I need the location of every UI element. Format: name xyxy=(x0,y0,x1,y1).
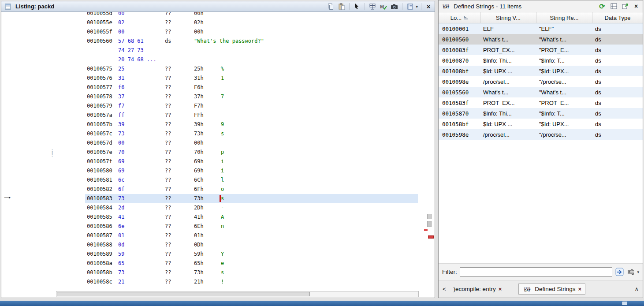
listing-operand: 00h xyxy=(194,27,204,37)
string-location: 00105560 xyxy=(439,89,480,96)
diff-view-icon[interactable]: M xyxy=(379,3,388,11)
listing-ascii-char: s xyxy=(221,268,224,277)
string-representation: "ELF" xyxy=(536,26,592,32)
listing-row[interactable]: 001005816c??6Chl xyxy=(1,175,418,185)
overview-marker-red[interactable] xyxy=(428,235,434,239)
column-header-string-value[interactable]: String V... xyxy=(480,12,536,23)
pointer-icon[interactable] xyxy=(353,3,361,11)
taskbar-icon[interactable] xyxy=(622,302,627,305)
listing-mnemonic: ?? xyxy=(165,83,171,92)
snapshot-camera-icon[interactable] xyxy=(390,3,399,11)
collapse-panel-icon[interactable]: ∧ xyxy=(633,286,640,292)
listing-row[interactable]: 0010058701??01h xyxy=(1,231,418,240)
listing-row[interactable]: 0010055e02??02h xyxy=(1,18,418,27)
refresh-icon[interactable]: ⟳ xyxy=(598,2,607,11)
copy-icon[interactable] xyxy=(326,3,335,11)
strings-table-row[interactable]: 00100560What's t..."What's t...ds xyxy=(439,34,643,45)
listing-row[interactable]: 0010057837??37h7 xyxy=(1,92,418,101)
tab-scroll-left-icon[interactable]: < xyxy=(441,286,447,292)
string-data-type: ds xyxy=(592,26,643,32)
string-representation: "$Info: T... xyxy=(536,110,592,117)
overview-marker-gray[interactable] xyxy=(427,221,432,227)
strings-table-row[interactable]: 0010083fPROT_EX..."PROT_E...ds xyxy=(439,45,643,55)
listing-row[interactable]: 20 74 68 ... xyxy=(1,55,418,64)
listing-ascii-char: A xyxy=(221,213,224,222)
listing-row[interactable]: 0010057c73??73hs xyxy=(1,129,418,138)
listing-row[interactable]: 0010058541??41hA xyxy=(1,213,418,222)
strings-table-row[interactable]: 00105870$Info: Thi..."$Info: T...ds xyxy=(439,108,643,119)
listing-row[interactable]: 0010055f00??00h xyxy=(1,27,418,37)
listing-operand: 31h xyxy=(194,74,204,83)
tab-close-icon[interactable]: × xyxy=(499,286,502,292)
listing-operand: 41h xyxy=(194,213,204,222)
field-layout-icon[interactable] xyxy=(368,3,377,11)
strings-table-row[interactable]: 0010598e/proc/sel..."/proc/se...ds xyxy=(439,129,643,140)
overview-marker-gray[interactable] xyxy=(427,214,432,219)
string-data-type: ds xyxy=(592,78,643,85)
strings-table-row[interactable]: 00100001ELF"ELF"ds xyxy=(439,23,643,34)
column-header-location[interactable]: Lo... xyxy=(439,12,480,23)
string-representation: "$Id: UPX... xyxy=(536,121,592,127)
strings-table-row[interactable]: 00105560What's t..."What's t...ds xyxy=(439,87,643,97)
listing-bytes: 6f xyxy=(118,185,124,194)
tab-decompile-entry[interactable]: )ecompile: entry × xyxy=(450,284,506,294)
listing-row[interactable]: 0010058b73??73hs xyxy=(1,268,418,277)
listing-display-options-icon[interactable] xyxy=(406,3,414,11)
listing-mnemonic: ?? xyxy=(165,268,171,277)
string-location: 0010583f xyxy=(439,100,480,106)
listing-row[interactable]: 001005842d??2Dh- xyxy=(1,203,418,213)
listing-cursor xyxy=(220,195,221,202)
filter-options-icon[interactable] xyxy=(626,268,635,276)
listing-row[interactable]: 0010057e70??70hp xyxy=(1,148,418,157)
listing-row[interactable]: 0010057d00??00h xyxy=(1,138,418,148)
tab-defined-strings[interactable]: 0101 DAT Defined Strings × xyxy=(518,284,585,295)
listing-address: 00100588 xyxy=(87,240,112,250)
listing-row[interactable]: 001005866e??6Ehn xyxy=(1,222,418,231)
close-icon[interactable]: × xyxy=(424,3,432,10)
listing-content[interactable]: 0010055d00??00h0010055e02??02h0010055f00… xyxy=(1,12,435,298)
listing-row[interactable]: 001005826f??6Fho xyxy=(1,185,418,194)
listing-row[interactable]: 0010057aff??FFh xyxy=(1,111,418,120)
listing-row[interactable]: 0010058373??73hs xyxy=(1,194,418,203)
chevron-down-icon[interactable]: ▾ xyxy=(416,4,418,9)
listing-row[interactable]: 0010057f69??69hi xyxy=(1,157,418,166)
tab-close-icon[interactable]: × xyxy=(578,286,582,292)
strings-table-row[interactable]: 001008bf$Id: UPX ..."$Id: UPX...ds xyxy=(439,66,643,76)
strings-table-row[interactable]: 001058bf$Id: UPX ..."$Id: UPX...ds xyxy=(439,119,643,129)
listing-row[interactable]: 0010057631??31h1 xyxy=(1,74,418,83)
listing-row[interactable]: 0010058069??69hi xyxy=(1,166,418,175)
listing-row[interactable]: 0010057b39??39h9 xyxy=(1,120,418,129)
listing-row[interactable]: 0010056057 68 61ds"What's the password?" xyxy=(1,37,418,46)
string-value: $Info: Thi... xyxy=(480,110,536,117)
taskbar-strip[interactable] xyxy=(0,301,644,306)
splitter-handle[interactable]: ⋮⋮ xyxy=(49,150,55,156)
listing-row[interactable]: 00100577f6??F6h xyxy=(1,83,418,92)
listing-row[interactable]: 0010058c21??21h! xyxy=(1,277,418,287)
column-header-string-representation[interactable]: String Re... xyxy=(536,12,592,23)
chevron-down-icon[interactable]: ▾ xyxy=(637,270,639,274)
overview-marker-red[interactable] xyxy=(424,229,428,231)
strings-table-row[interactable]: 0010098e/proc/sel..."/proc/se...ds xyxy=(439,76,643,87)
data-type-icon: 0101 DAT xyxy=(441,4,451,9)
filter-apply-icon[interactable] xyxy=(615,268,624,276)
listing-row[interactable]: 001005880d??0Dh xyxy=(1,240,418,250)
listing-row[interactable]: 00100579f7??F7h xyxy=(1,101,418,111)
listing-row[interactable]: 0010058959??59hY xyxy=(1,250,418,259)
listing-row[interactable]: 0010055d00??00h xyxy=(1,12,418,18)
listing-row[interactable]: 74 27 73 xyxy=(1,46,418,55)
column-header-data-type[interactable]: Data Type xyxy=(592,12,643,23)
data-type-icon: 0101 DAT xyxy=(522,287,532,292)
export-icon[interactable] xyxy=(621,2,629,11)
horizontal-scrollbar-thumb[interactable] xyxy=(57,292,310,296)
close-icon[interactable]: × xyxy=(632,3,640,10)
filter-input[interactable] xyxy=(460,267,613,277)
listing-row[interactable]: 0010058a65??65he xyxy=(1,259,418,268)
listing-row[interactable]: 0010057525??25h% xyxy=(1,64,418,74)
strings-table-row[interactable]: 0010583fPROT_EX..."PROT_E...ds xyxy=(439,97,643,108)
paste-icon[interactable] xyxy=(337,3,346,11)
horizontal-scrollbar[interactable] xyxy=(56,291,419,297)
listing-mnemonic: ?? xyxy=(165,18,171,27)
listing-ascii-char: 9 xyxy=(221,120,224,129)
strings-table-row[interactable]: 00100870$Info: Thi..."$Info: T...ds xyxy=(439,55,643,66)
table-view-icon[interactable] xyxy=(609,2,618,11)
